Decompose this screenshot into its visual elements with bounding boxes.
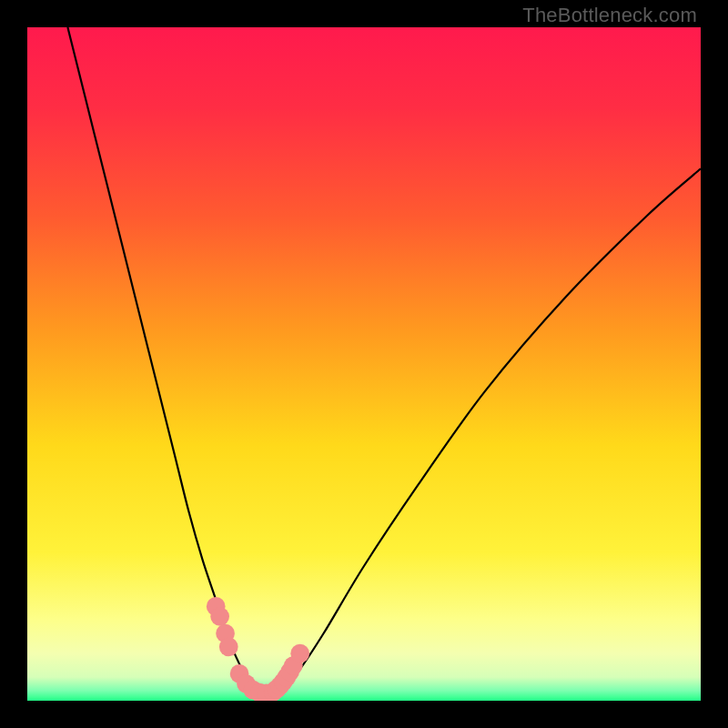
- marker-group: [207, 597, 309, 701]
- data-marker: [290, 644, 309, 663]
- plot-area: [27, 27, 701, 701]
- data-marker: [219, 637, 238, 656]
- curve-layer: [27, 27, 701, 701]
- chart-frame: TheBottleneck.com: [0, 0, 728, 728]
- watermark-text: TheBottleneck.com: [522, 4, 697, 27]
- data-marker: [210, 607, 229, 626]
- bottleneck-curve: [67, 27, 701, 694]
